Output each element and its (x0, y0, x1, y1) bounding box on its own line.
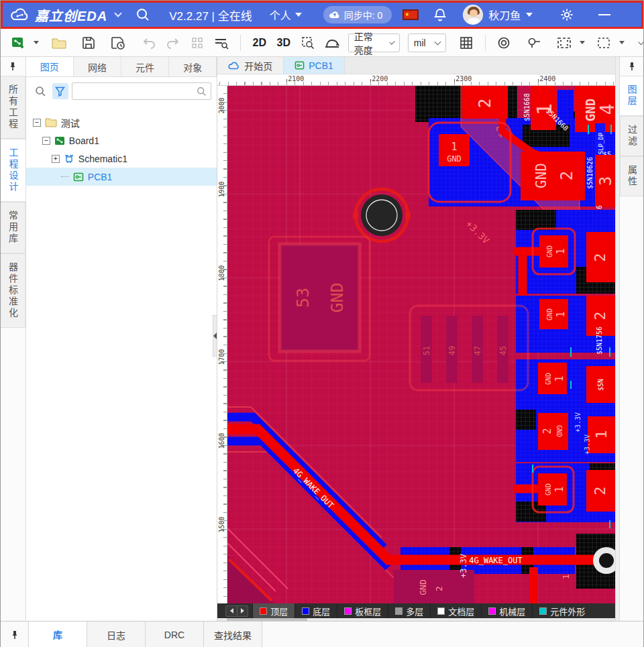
user-avatar[interactable] (463, 5, 483, 25)
collapse-toggle[interactable]: − (42, 137, 50, 145)
scrollbar-handle[interactable] (227, 618, 307, 621)
layer-scroll-right-button[interactable] (237, 606, 248, 616)
tree-item-board[interactable]: − Board1 (26, 131, 217, 150)
pin-tool-button[interactable] (524, 32, 545, 54)
rail-tab-properties[interactable]: 属性 (620, 156, 643, 196)
tree-item-schematic[interactable]: + Schematic1 (26, 150, 217, 168)
pcb-icon (73, 172, 84, 182)
horizontal-ruler: 2100 2200 2300 2400 (217, 74, 615, 86)
new-pcb-button[interactable] (7, 32, 29, 54)
tree-item-pcb[interactable]: PCB1 (26, 168, 217, 186)
tab-sheets[interactable]: 图页 (26, 57, 74, 76)
notifications-bell-icon[interactable] (433, 7, 447, 22)
svg-text:2: 2 (592, 253, 608, 261)
layer-bar: 顶层 底层 板框层 多层 文档层 (217, 603, 615, 618)
selection-tool-button[interactable] (593, 32, 614, 54)
doc-tab-start-page[interactable]: 开始页 (217, 57, 284, 74)
layer-chip-bottom[interactable]: 底层 (294, 603, 337, 618)
minimize-button[interactable] (598, 14, 610, 15)
layer-chip-document[interactable]: 文档层 (430, 603, 481, 618)
grid-settings-button[interactable] (455, 32, 477, 54)
rail-tab-common-library[interactable]: 常用库 (1, 202, 25, 253)
svg-text:2: 2 (541, 428, 553, 434)
svg-text:$5N10626: $5N10626 (586, 157, 594, 189)
view-2d-button[interactable]: 2D (249, 32, 270, 54)
rail-tab-part-standardization[interactable]: 器件标准化 (1, 253, 25, 328)
left-panel-pin-button[interactable] (1, 57, 25, 76)
new-dropdown-icon[interactable] (34, 41, 39, 44)
layer-chip-top[interactable]: 顶层 (252, 603, 294, 618)
save-as-button[interactable] (107, 32, 129, 54)
bottom-tab-drc[interactable]: DRC (145, 622, 204, 647)
layer-color-swatch (437, 607, 445, 615)
pcb-icon (294, 60, 305, 70)
project-panel: 图页 网络 元件 对象 (26, 57, 217, 621)
open-folder-button[interactable] (48, 32, 70, 54)
board-outline-button[interactable] (553, 32, 575, 54)
sync-status-pill[interactable]: 同步中: 0 (323, 6, 392, 23)
app-logo[interactable]: 嘉立创EDA (10, 5, 107, 25)
right-panel-pin-button[interactable] (620, 57, 643, 76)
chevron-down-icon (434, 38, 441, 45)
settings-gear-icon[interactable] (559, 7, 574, 22)
language-flag-icon[interactable]: ★ (402, 9, 419, 20)
layer-chip-component-shape[interactable]: 元件外形 (532, 603, 592, 618)
svg-text:$5N: $5N (597, 379, 604, 391)
brightness-select[interactable]: 正常亮度 (348, 34, 400, 52)
workspace-switcher[interactable]: 个人 (270, 7, 302, 23)
layer-chip-multi[interactable]: 多层 (388, 603, 430, 618)
bottom-tab-library[interactable]: 库 (28, 622, 87, 647)
vertical-scrollbar[interactable] (615, 57, 620, 621)
layer-scroll-left-button[interactable] (226, 606, 237, 616)
via-tool-button[interactable] (493, 32, 515, 54)
component-grid-button[interactable] (186, 32, 208, 54)
panel-collapse-handle[interactable] (213, 315, 217, 357)
expand-toggle[interactable]: + (52, 155, 60, 163)
pin-icon (9, 62, 17, 71)
save-button[interactable] (78, 32, 99, 54)
doc-tab-pcb1[interactable]: PCB1 (284, 57, 345, 74)
bottom-tab-log[interactable]: 日志 (87, 622, 146, 647)
new-pcb-icon (11, 36, 25, 50)
rail-tab-layers[interactable]: 图层 (620, 76, 643, 116)
marquee-zoom-icon (301, 36, 315, 50)
tree-item-project[interactable]: − 测试 (26, 113, 217, 131)
bottom-tab-search-results[interactable]: 查找结果 (203, 622, 262, 647)
left-arrow-icon (230, 608, 233, 613)
undo-button[interactable] (138, 32, 160, 54)
document-tabs: 开始页 PCB1 (217, 57, 615, 74)
search-icon[interactable] (136, 7, 150, 22)
tab-nets[interactable]: 网络 (74, 57, 121, 76)
view-3d-button[interactable]: 3D (273, 32, 294, 54)
rail-tab-all-projects[interactable]: 所有工程 (1, 76, 25, 139)
tab-components[interactable]: 元件 (121, 57, 169, 76)
svg-text:+3.3V: +3.3V (584, 434, 591, 455)
collapse-toggle[interactable]: − (33, 119, 41, 127)
rail-tab-filter[interactable]: 过滤 (620, 116, 643, 156)
eagle-eye-button[interactable] (321, 32, 343, 54)
more-tools-chevron-icon[interactable] (639, 39, 644, 45)
tree-filter-button[interactable] (52, 83, 68, 99)
tree-search-button[interactable] (33, 83, 49, 99)
horizontal-scrollbar[interactable] (217, 618, 615, 621)
right-rail: 图层 过滤 属性 (620, 57, 643, 621)
svg-text:+3.3V: +3.3V (459, 554, 468, 578)
zoom-area-button[interactable] (297, 32, 319, 54)
layer-chip-mechanical[interactable]: 机械层 (481, 603, 532, 618)
rail-tab-project-design[interactable]: 工程设计 (1, 139, 25, 202)
tree-search-input[interactable] (76, 86, 197, 97)
tab-objects[interactable]: 对象 (169, 57, 217, 76)
layer-chip-board-outline[interactable]: 板框层 (337, 603, 388, 618)
selection-dropdown-icon[interactable] (619, 41, 625, 44)
redo-button[interactable] (162, 32, 184, 54)
workspace-chevron-down-icon (295, 13, 302, 17)
user-menu-chevron-icon[interactable] (526, 13, 533, 17)
bottom-panel-pin-button[interactable] (1, 622, 29, 647)
unit-select[interactable]: mil (408, 34, 446, 52)
version-text: V2.2.27 | 全在线 (169, 7, 252, 23)
board-outline-dropdown-icon[interactable] (580, 41, 585, 44)
list-search-button[interactable] (211, 32, 232, 54)
svg-text:GND: GND (583, 99, 598, 121)
logo-chevron-down-icon[interactable] (115, 9, 122, 17)
pcb-canvas[interactable]: +3.3V +3.3V 2 1 GND 4 $5N1668 $5N1668 SL… (227, 86, 615, 603)
